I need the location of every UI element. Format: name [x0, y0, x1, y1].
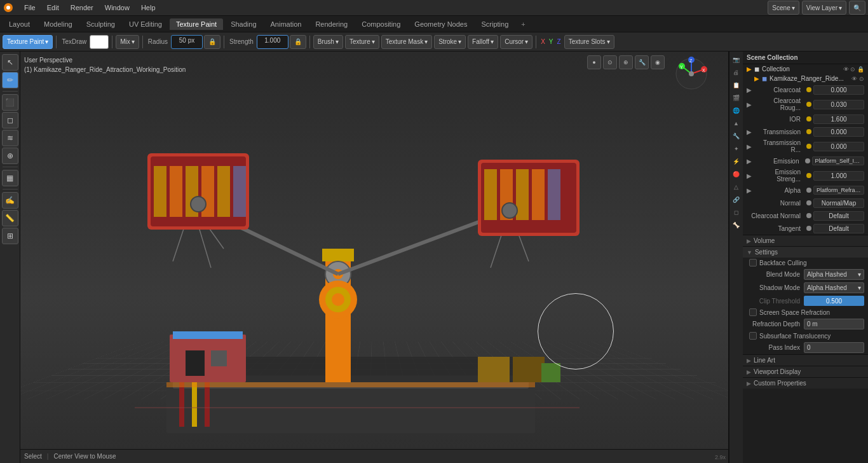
- scene-props-icon[interactable]: 🎬: [731, 92, 742, 104]
- tab-scripting[interactable]: Scripting: [475, 18, 515, 30]
- output-props-icon[interactable]: 🖨: [731, 67, 742, 78]
- ior-value[interactable]: 1.600: [813, 114, 864, 124]
- clearcoat-value[interactable]: 0.000: [813, 85, 864, 95]
- select-tool[interactable]: ↖: [2, 54, 18, 71]
- constraints-props-icon[interactable]: 🔗: [731, 194, 742, 205]
- custom-properties-section[interactable]: ▶ Custom Properties: [743, 377, 868, 389]
- stroke-selector[interactable]: Stroke ▾: [434, 35, 466, 49]
- line-art-section[interactable]: ▶ Line Art: [743, 354, 868, 366]
- strength-value[interactable]: 1.000: [257, 35, 288, 49]
- view-layer-selector[interactable]: View Layer ▾: [802, 1, 846, 15]
- render-props-icon[interactable]: 📷: [731, 54, 742, 66]
- modifier-props-icon[interactable]: 🔧: [731, 130, 742, 142]
- alpha-value[interactable]: Platform_Refraction...: [813, 186, 864, 195]
- physics-props-icon[interactable]: ⚡: [731, 156, 742, 167]
- clearcoat-normal-dot[interactable]: [806, 213, 811, 218]
- brush-color-btn[interactable]: [90, 35, 109, 49]
- clearcoat-roughness-toggle[interactable]: ▶: [747, 101, 753, 108]
- normal-value[interactable]: Normal/Map: [813, 198, 864, 208]
- subsurface-translucency-checkbox[interactable]: [749, 332, 757, 340]
- transmission-r-value[interactable]: 0.000: [813, 142, 864, 151]
- alpha-toggle[interactable]: ▶: [747, 187, 753, 194]
- collection-item[interactable]: ▶ ◼ Collection 👁 ⊙ 🔒: [743, 64, 868, 74]
- tab-shading[interactable]: Shading: [224, 18, 262, 30]
- texture-selector[interactable]: Texture ▾: [345, 35, 379, 49]
- tab-sculpting[interactable]: Sculpting: [80, 18, 121, 30]
- clone-tool[interactable]: ⊕: [2, 148, 18, 164]
- emission-value[interactable]: Platform_Self_Illum...: [812, 156, 865, 165]
- texture-mask-selector[interactable]: Texture Mask ▾: [381, 35, 432, 49]
- object-item[interactable]: ▶ ◼ Kamikaze_Ranger_Ride... 👁 ⊙: [743, 74, 868, 83]
- texture-slots-btn[interactable]: Texture Slots ▾: [564, 35, 615, 49]
- erase-tool[interactable]: ◻: [2, 112, 18, 128]
- emission-toggle[interactable]: ▶: [747, 158, 753, 165]
- annotate-tool[interactable]: ✍: [2, 192, 18, 209]
- emission-strength-toggle[interactable]: ▶: [747, 172, 753, 179]
- clearcoat-normal-value[interactable]: Default: [813, 211, 864, 221]
- tab-modeling[interactable]: Modeling: [37, 18, 79, 30]
- bone-props-icon[interactable]: 🦴: [731, 219, 742, 231]
- menu-help[interactable]: Help: [136, 3, 161, 13]
- brush-selector[interactable]: Brush ▾: [313, 35, 343, 49]
- mask-tool[interactable]: ▦: [2, 170, 18, 186]
- clip-threshold-bar[interactable]: 0.500: [804, 296, 864, 306]
- view-layer-props-icon[interactable]: 📋: [731, 79, 742, 91]
- tab-uv-editing[interactable]: UV Editing: [123, 18, 168, 30]
- transmission-r-toggle[interactable]: ▶: [747, 143, 753, 150]
- snap-btn[interactable]: 🔧: [635, 55, 649, 69]
- proportional-btn[interactable]: ◉: [651, 55, 665, 69]
- normal-dot[interactable]: [806, 200, 811, 205]
- tab-compositing[interactable]: Compositing: [355, 18, 407, 30]
- tab-add[interactable]: +: [516, 19, 530, 29]
- cursor-selector[interactable]: Cursor ▾: [500, 35, 532, 49]
- shadow-mode-value[interactable]: Alpha Hashed ▾: [804, 282, 864, 293]
- scene-selector[interactable]: Scene ▾: [768, 1, 799, 15]
- clearcoat-toggle[interactable]: ▶: [747, 86, 753, 93]
- tab-texture-paint[interactable]: Texture Paint: [170, 18, 223, 30]
- emission-strength-value[interactable]: 1.000: [813, 171, 864, 181]
- world-props-icon[interactable]: 🌐: [731, 105, 742, 116]
- alpha-dot[interactable]: [806, 188, 811, 193]
- menu-edit[interactable]: Edit: [42, 3, 64, 13]
- tab-animation[interactable]: Animation: [264, 18, 308, 30]
- clearcoat-roughness-value[interactable]: 0.030: [813, 100, 864, 109]
- transmission-r-dot[interactable]: [806, 144, 811, 149]
- fill-tool[interactable]: ⬛: [2, 94, 18, 111]
- tab-rendering[interactable]: Rendering: [309, 18, 354, 30]
- falloff-selector[interactable]: Falloff ▾: [468, 35, 498, 49]
- transmission-value[interactable]: 0.000: [813, 127, 864, 137]
- menu-render[interactable]: Render: [65, 3, 98, 13]
- particles-props-icon[interactable]: ✦: [731, 143, 742, 155]
- object-data-props-icon[interactable]: ◻: [731, 207, 742, 218]
- refraction-depth-value[interactable]: 0 m: [804, 319, 864, 329]
- tangent-value[interactable]: Default: [813, 224, 864, 233]
- menu-window[interactable]: Window: [100, 3, 135, 13]
- clearcoat-dot[interactable]: [806, 87, 811, 92]
- tab-layout[interactable]: Layout: [3, 18, 36, 30]
- material-props-icon[interactable]: 🔴: [731, 169, 742, 180]
- blend-mode-value[interactable]: Alpha Hashed ▾: [804, 269, 864, 280]
- overlay-btn[interactable]: ⊙: [603, 55, 617, 69]
- viewport[interactable]: User Perspective (1) Kamikaze_Ranger_Rid…: [20, 52, 728, 463]
- data-props-icon[interactable]: △: [731, 181, 742, 193]
- strength-lock-btn[interactable]: 🔒: [290, 35, 306, 49]
- object-props-icon[interactable]: ▲: [731, 118, 742, 129]
- tangent-dot[interactable]: [806, 226, 811, 231]
- collection-visibility-icons[interactable]: 👁 ⊙ 🔒: [843, 66, 864, 73]
- tab-geometry-nodes[interactable]: Geometry Nodes: [408, 18, 473, 30]
- backface-culling-checkbox[interactable]: [749, 259, 757, 266]
- screen-space-refraction-checkbox[interactable]: [749, 308, 757, 316]
- radius-value[interactable]: 50 px: [171, 35, 203, 49]
- volume-section[interactable]: ▶ Volume: [743, 235, 868, 246]
- viewport-shading-btn[interactable]: ●: [587, 55, 601, 69]
- pass-index-value[interactable]: 0: [804, 342, 864, 353]
- settings-section[interactable]: ▼ Settings: [743, 246, 868, 258]
- ior-dot[interactable]: [806, 116, 811, 121]
- smear-tool[interactable]: ≋: [2, 130, 18, 146]
- viewport-display-section[interactable]: ▶ Viewport Display: [743, 366, 868, 377]
- object-visibility-icons[interactable]: 👁 ⊙: [851, 76, 864, 82]
- emission-strength-dot[interactable]: [806, 173, 811, 178]
- emission-dot[interactable]: [805, 158, 810, 163]
- transmission-toggle[interactable]: ▶: [747, 128, 753, 135]
- transmission-dot[interactable]: [806, 129, 811, 134]
